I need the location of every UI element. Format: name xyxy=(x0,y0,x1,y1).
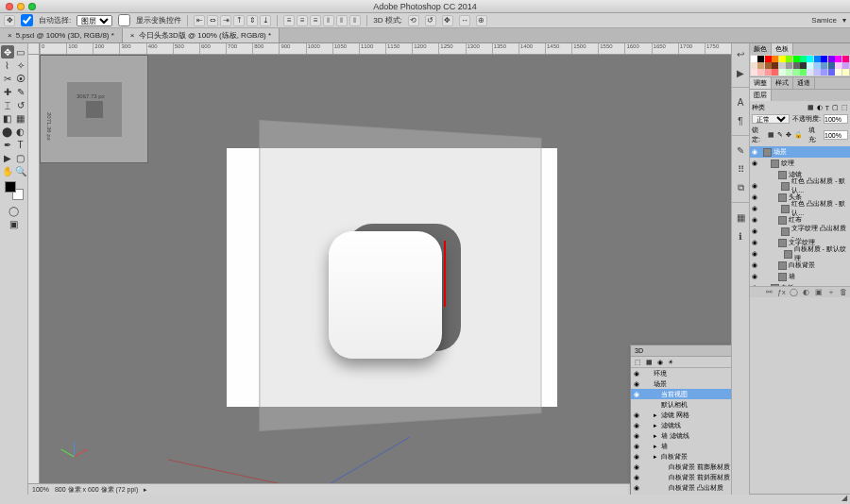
scene-item[interactable]: ◉▸墙 xyxy=(631,441,731,451)
group-icon[interactable]: ▣ xyxy=(814,288,823,296)
opacity-input[interactable] xyxy=(824,114,848,124)
adjustment-icon[interactable]: ◐ xyxy=(802,288,810,296)
swatch[interactable] xyxy=(765,69,772,76)
brush-tool-icon[interactable]: ✎ xyxy=(14,85,27,98)
document-tab[interactable]: ×5.psd @ 100% (3D, RGB/8) * xyxy=(0,28,123,42)
dodge-tool-icon[interactable]: ◐ xyxy=(14,125,27,138)
align-right-icon[interactable]: ⇥ xyxy=(220,15,231,26)
tab-swatches[interactable]: 色板 xyxy=(772,43,793,55)
crop-tool-icon[interactable]: ✂ xyxy=(1,72,14,85)
swatch[interactable] xyxy=(842,56,849,62)
scene-item[interactable]: ◉场景 xyxy=(631,378,731,389)
info-panel-icon[interactable]: ℹ xyxy=(734,229,747,243)
swatch[interactable] xyxy=(814,69,821,76)
statusbar-chevron-icon[interactable]: ▸ xyxy=(144,486,147,494)
layer-row[interactable]: ◉文字纹理 凸出材质 - ... xyxy=(750,226,850,237)
filter-shape-icon[interactable]: ▢ xyxy=(832,104,839,111)
swatch[interactable] xyxy=(772,62,778,69)
eye-icon[interactable]: ◉ xyxy=(633,463,640,471)
layer-row[interactable]: ◉白板材质 - 默认纹理 xyxy=(750,248,850,260)
swatch[interactable] xyxy=(751,56,757,62)
eye-icon[interactable]: ◉ xyxy=(752,148,759,156)
swatch[interactable] xyxy=(835,62,842,69)
hand-tool-icon[interactable]: ✋ xyxy=(1,164,14,177)
swatch[interactable] xyxy=(793,56,800,62)
heal-tool-icon[interactable]: ✚ xyxy=(1,85,14,98)
eye-icon[interactable]: ◉ xyxy=(633,484,640,492)
layer-row[interactable]: ◉红色 凸出材质 - 默认... xyxy=(750,203,850,214)
dist-bottom-icon[interactable]: ≡ xyxy=(310,15,321,26)
eye-icon[interactable]: ◉ xyxy=(752,239,759,246)
axis-gizmo[interactable] xyxy=(60,436,89,464)
close-icon[interactable]: × xyxy=(130,31,135,40)
quickmask-icon[interactable]: ◯ xyxy=(8,204,21,217)
gradient-tool-icon[interactable]: ▦ xyxy=(14,111,27,125)
type-tool-icon[interactable]: T xyxy=(14,138,27,151)
swatch[interactable] xyxy=(757,56,764,62)
tab-adjust[interactable]: 调整 xyxy=(750,77,772,89)
pan-3d-icon[interactable]: ✥ xyxy=(442,15,453,26)
lasso-tool-icon[interactable]: ⌇ xyxy=(1,59,14,72)
layer-row[interactable]: ◉场景 xyxy=(750,146,850,158)
swatch[interactable] xyxy=(793,69,800,76)
eye-icon[interactable]: ◉ xyxy=(752,193,759,201)
dist-right-icon[interactable]: ⫴ xyxy=(349,15,361,26)
show-transform-checkbox[interactable] xyxy=(118,14,130,26)
blend-mode-dropdown[interactable]: 正常 xyxy=(752,114,790,124)
filter-adjust-icon[interactable]: ◐ xyxy=(817,104,823,111)
paragraph-panel-icon[interactable]: ¶ xyxy=(734,114,747,127)
swatch[interactable] xyxy=(772,69,778,76)
twirl-icon[interactable]: ▸ xyxy=(652,422,659,429)
scene-item[interactable]: ◉当前视图 xyxy=(631,389,731,399)
swatch[interactable] xyxy=(757,62,764,69)
panel-3d-header[interactable]: 3D≡ xyxy=(631,345,731,357)
auto-select-dropdown[interactable]: 图层 xyxy=(76,15,112,26)
pen-tool-icon[interactable]: ✒ xyxy=(1,138,14,151)
swatch[interactable] xyxy=(807,69,813,76)
auto-select-checkbox[interactable] xyxy=(21,14,33,26)
doc-dimensions[interactable]: 800 像素 x 600 像素 (72 ppi) xyxy=(55,485,138,495)
canvas-viewport[interactable]: 3067.73 px 2071.36 px xyxy=(40,55,731,483)
tab-channels[interactable]: 通道 xyxy=(793,77,815,89)
navigator-thumbnail[interactable]: 3067.73 px 2071.36 px xyxy=(40,55,148,163)
align-center-h-icon[interactable]: ⇔ xyxy=(207,15,218,26)
eye-icon[interactable]: ◉ xyxy=(752,216,759,224)
lock-all-icon[interactable]: 🔒 xyxy=(794,131,803,139)
scene-item[interactable]: ◉白板背景 前斜面材质 xyxy=(631,472,731,482)
mask-icon[interactable]: ◯ xyxy=(790,288,798,296)
path-select-icon[interactable]: ▶ xyxy=(1,151,14,164)
swatch[interactable] xyxy=(842,62,849,69)
eyedropper-tool-icon[interactable]: ⦿ xyxy=(14,72,27,85)
eye-icon[interactable]: ◉ xyxy=(633,391,640,398)
clone-source-icon[interactable]: ⧉ xyxy=(734,181,747,194)
swatch[interactable] xyxy=(751,62,757,69)
zoom-3d-icon[interactable]: ⊕ xyxy=(476,15,487,26)
swatch[interactable] xyxy=(835,56,842,62)
swatch[interactable] xyxy=(814,56,821,62)
twirl-icon[interactable]: ▸ xyxy=(652,432,659,440)
align-left-icon[interactable]: ⇤ xyxy=(194,15,205,26)
swatch[interactable] xyxy=(779,69,786,76)
lock-pos-icon[interactable]: ✥ xyxy=(786,131,791,139)
workspace-label[interactable]: Samice xyxy=(811,16,837,25)
swatch[interactable] xyxy=(821,69,827,76)
stamp-tool-icon[interactable]: ⌶ xyxy=(1,98,14,111)
eye-icon[interactable]: ◉ xyxy=(633,453,640,461)
swatch[interactable] xyxy=(757,69,764,76)
eye-icon[interactable]: ◉ xyxy=(633,370,640,378)
workspace-chevron-icon[interactable]: ▾ xyxy=(842,16,846,25)
eye-icon[interactable]: ◉ xyxy=(752,273,759,280)
layer-row[interactable]: ◉墙 xyxy=(750,271,850,282)
layer-row[interactable]: ◉纹理 xyxy=(750,158,850,169)
eye-icon[interactable]: ◉ xyxy=(752,160,759,167)
resize-grip-icon[interactable]: ◢ xyxy=(842,494,847,502)
orbit-3d-icon[interactable]: ⟲ xyxy=(408,15,419,26)
swatch[interactable] xyxy=(800,69,807,76)
twirl-icon[interactable]: ▸ xyxy=(652,453,659,461)
scene-item[interactable]: ◉▸白板背景 xyxy=(631,451,731,462)
scene-item[interactable]: ◉环境 xyxy=(631,368,731,378)
filter-pixel-icon[interactable]: ▦ xyxy=(808,104,814,111)
traffic-min-icon[interactable] xyxy=(17,3,25,10)
wand-tool-icon[interactable]: ✧ xyxy=(14,59,27,72)
swatch[interactable] xyxy=(821,62,827,69)
